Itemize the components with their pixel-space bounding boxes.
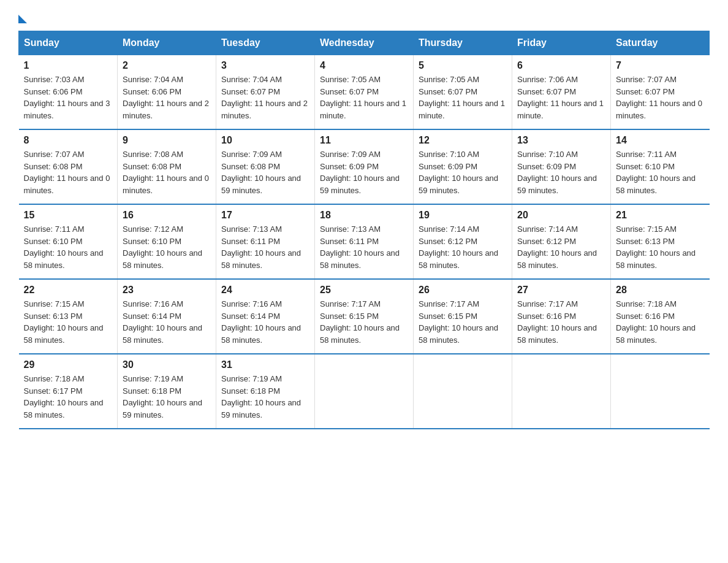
- calendar-cell: 20 Sunrise: 7:14 AM Sunset: 6:12 PM Dayl…: [512, 204, 611, 279]
- day-number: 7: [616, 60, 705, 71]
- day-number: 20: [517, 210, 605, 221]
- calendar-cell: 18 Sunrise: 7:13 AM Sunset: 6:11 PM Dayl…: [315, 204, 414, 279]
- calendar-cell: [512, 354, 611, 429]
- calendar-cell: 25 Sunrise: 7:17 AM Sunset: 6:15 PM Dayl…: [315, 279, 414, 354]
- day-info: Sunrise: 7:13 AM Sunset: 6:11 PM Dayligh…: [320, 223, 408, 271]
- header-tuesday: Tuesday: [216, 31, 315, 55]
- day-info: Sunrise: 7:12 AM Sunset: 6:10 PM Dayligh…: [123, 223, 211, 271]
- day-info: Sunrise: 7:17 AM Sunset: 6:16 PM Dayligh…: [517, 298, 605, 346]
- day-info: Sunrise: 7:19 AM Sunset: 6:18 PM Dayligh…: [221, 373, 309, 421]
- logo: [18, 12, 27, 25]
- day-info: Sunrise: 7:11 AM Sunset: 6:10 PM Dayligh…: [616, 148, 705, 196]
- calendar-cell: 23 Sunrise: 7:16 AM Sunset: 6:14 PM Dayl…: [118, 279, 216, 354]
- day-number: 10: [221, 135, 309, 146]
- calendar-cell: 22 Sunrise: 7:15 AM Sunset: 6:13 PM Dayl…: [19, 279, 118, 354]
- day-number: 15: [24, 210, 113, 221]
- day-number: 30: [123, 359, 211, 370]
- calendar-cell: 30 Sunrise: 7:19 AM Sunset: 6:18 PM Dayl…: [118, 354, 216, 429]
- calendar-week-row: 22 Sunrise: 7:15 AM Sunset: 6:13 PM Dayl…: [19, 279, 710, 354]
- calendar-cell: 24 Sunrise: 7:16 AM Sunset: 6:14 PM Dayl…: [216, 279, 315, 354]
- day-number: 2: [123, 60, 211, 71]
- day-info: Sunrise: 7:05 AM Sunset: 6:07 PM Dayligh…: [419, 74, 507, 121]
- day-info: Sunrise: 7:09 AM Sunset: 6:09 PM Dayligh…: [320, 148, 408, 196]
- day-number: 12: [419, 135, 507, 146]
- calendar-cell: 13 Sunrise: 7:10 AM Sunset: 6:09 PM Dayl…: [512, 129, 611, 204]
- day-number: 16: [123, 210, 211, 221]
- calendar-cell: 9 Sunrise: 7:08 AM Sunset: 6:08 PM Dayli…: [118, 129, 216, 204]
- calendar-cell: 14 Sunrise: 7:11 AM Sunset: 6:10 PM Dayl…: [611, 129, 710, 204]
- day-number: 1: [24, 60, 113, 71]
- day-number: 13: [517, 135, 605, 146]
- day-info: Sunrise: 7:14 AM Sunset: 6:12 PM Dayligh…: [517, 223, 605, 271]
- day-info: Sunrise: 7:10 AM Sunset: 6:09 PM Dayligh…: [419, 148, 507, 196]
- day-info: Sunrise: 7:04 AM Sunset: 6:07 PM Dayligh…: [221, 74, 309, 121]
- day-number: 9: [123, 135, 211, 146]
- calendar-cell: 16 Sunrise: 7:12 AM Sunset: 6:10 PM Dayl…: [118, 204, 216, 279]
- calendar-week-row: 1 Sunrise: 7:03 AM Sunset: 6:06 PM Dayli…: [19, 55, 710, 130]
- day-number: 24: [221, 285, 309, 296]
- day-info: Sunrise: 7:17 AM Sunset: 6:15 PM Dayligh…: [320, 298, 408, 346]
- day-info: Sunrise: 7:10 AM Sunset: 6:09 PM Dayligh…: [517, 148, 605, 196]
- calendar-week-row: 15 Sunrise: 7:11 AM Sunset: 6:10 PM Dayl…: [19, 204, 710, 279]
- calendar-header-row: SundayMondayTuesdayWednesdayThursdayFrid…: [19, 31, 710, 55]
- day-info: Sunrise: 7:07 AM Sunset: 6:08 PM Dayligh…: [24, 148, 113, 196]
- day-info: Sunrise: 7:03 AM Sunset: 6:06 PM Dayligh…: [24, 74, 113, 121]
- day-info: Sunrise: 7:16 AM Sunset: 6:14 PM Dayligh…: [221, 298, 309, 346]
- day-number: 6: [517, 60, 605, 71]
- day-info: Sunrise: 7:15 AM Sunset: 6:13 PM Dayligh…: [616, 223, 705, 271]
- calendar-cell: 10 Sunrise: 7:09 AM Sunset: 6:08 PM Dayl…: [216, 129, 315, 204]
- day-number: 5: [419, 60, 507, 71]
- day-number: 3: [221, 60, 309, 71]
- calendar-cell: 8 Sunrise: 7:07 AM Sunset: 6:08 PM Dayli…: [19, 129, 118, 204]
- day-info: Sunrise: 7:09 AM Sunset: 6:08 PM Dayligh…: [221, 148, 309, 196]
- day-number: 4: [320, 60, 408, 71]
- calendar-cell: [315, 354, 414, 429]
- calendar-cell: 12 Sunrise: 7:10 AM Sunset: 6:09 PM Dayl…: [414, 129, 512, 204]
- day-number: 23: [123, 285, 211, 296]
- day-number: 25: [320, 285, 408, 296]
- day-info: Sunrise: 7:18 AM Sunset: 6:16 PM Dayligh…: [616, 298, 705, 346]
- header-saturday: Saturday: [611, 31, 710, 55]
- day-info: Sunrise: 7:14 AM Sunset: 6:12 PM Dayligh…: [419, 223, 507, 271]
- calendar-cell: 3 Sunrise: 7:04 AM Sunset: 6:07 PM Dayli…: [216, 55, 315, 130]
- day-number: 19: [419, 210, 507, 221]
- day-number: 11: [320, 135, 408, 146]
- day-number: 26: [419, 285, 507, 296]
- day-number: 8: [24, 135, 113, 146]
- calendar-cell: 26 Sunrise: 7:17 AM Sunset: 6:15 PM Dayl…: [414, 279, 512, 354]
- day-number: 17: [221, 210, 309, 221]
- header-wednesday: Wednesday: [315, 31, 414, 55]
- day-number: 22: [24, 285, 113, 296]
- calendar-week-row: 8 Sunrise: 7:07 AM Sunset: 6:08 PM Dayli…: [19, 129, 710, 204]
- day-info: Sunrise: 7:13 AM Sunset: 6:11 PM Dayligh…: [221, 223, 309, 271]
- day-number: 18: [320, 210, 408, 221]
- day-info: Sunrise: 7:19 AM Sunset: 6:18 PM Dayligh…: [123, 373, 211, 421]
- day-number: 27: [517, 285, 605, 296]
- day-info: Sunrise: 7:16 AM Sunset: 6:14 PM Dayligh…: [123, 298, 211, 346]
- calendar-table: SundayMondayTuesdayWednesdayThursdayFrid…: [18, 31, 710, 429]
- day-info: Sunrise: 7:11 AM Sunset: 6:10 PM Dayligh…: [24, 223, 113, 271]
- header-thursday: Thursday: [414, 31, 512, 55]
- day-number: 29: [24, 359, 113, 370]
- day-info: Sunrise: 7:07 AM Sunset: 6:07 PM Dayligh…: [616, 74, 705, 121]
- calendar-week-row: 29 Sunrise: 7:18 AM Sunset: 6:17 PM Dayl…: [19, 354, 710, 429]
- logo-triangle-icon: [18, 15, 27, 23]
- header-monday: Monday: [118, 31, 216, 55]
- day-info: Sunrise: 7:04 AM Sunset: 6:06 PM Dayligh…: [123, 74, 211, 121]
- calendar-cell: 6 Sunrise: 7:06 AM Sunset: 6:07 PM Dayli…: [512, 55, 611, 130]
- day-info: Sunrise: 7:18 AM Sunset: 6:17 PM Dayligh…: [24, 373, 113, 421]
- calendar-cell: 1 Sunrise: 7:03 AM Sunset: 6:06 PM Dayli…: [19, 55, 118, 130]
- calendar-cell: [414, 354, 512, 429]
- day-info: Sunrise: 7:15 AM Sunset: 6:13 PM Dayligh…: [24, 298, 113, 346]
- day-info: Sunrise: 7:17 AM Sunset: 6:15 PM Dayligh…: [419, 298, 507, 346]
- calendar-cell: 21 Sunrise: 7:15 AM Sunset: 6:13 PM Dayl…: [611, 204, 710, 279]
- calendar-cell: 31 Sunrise: 7:19 AM Sunset: 6:18 PM Dayl…: [216, 354, 315, 429]
- day-info: Sunrise: 7:06 AM Sunset: 6:07 PM Dayligh…: [517, 74, 605, 121]
- calendar-cell: 28 Sunrise: 7:18 AM Sunset: 6:16 PM Dayl…: [611, 279, 710, 354]
- calendar-cell: 11 Sunrise: 7:09 AM Sunset: 6:09 PM Dayl…: [315, 129, 414, 204]
- calendar-cell: 27 Sunrise: 7:17 AM Sunset: 6:16 PM Dayl…: [512, 279, 611, 354]
- day-info: Sunrise: 7:05 AM Sunset: 6:07 PM Dayligh…: [320, 74, 408, 121]
- calendar-cell: [611, 354, 710, 429]
- calendar-cell: 5 Sunrise: 7:05 AM Sunset: 6:07 PM Dayli…: [414, 55, 512, 130]
- day-number: 28: [616, 285, 705, 296]
